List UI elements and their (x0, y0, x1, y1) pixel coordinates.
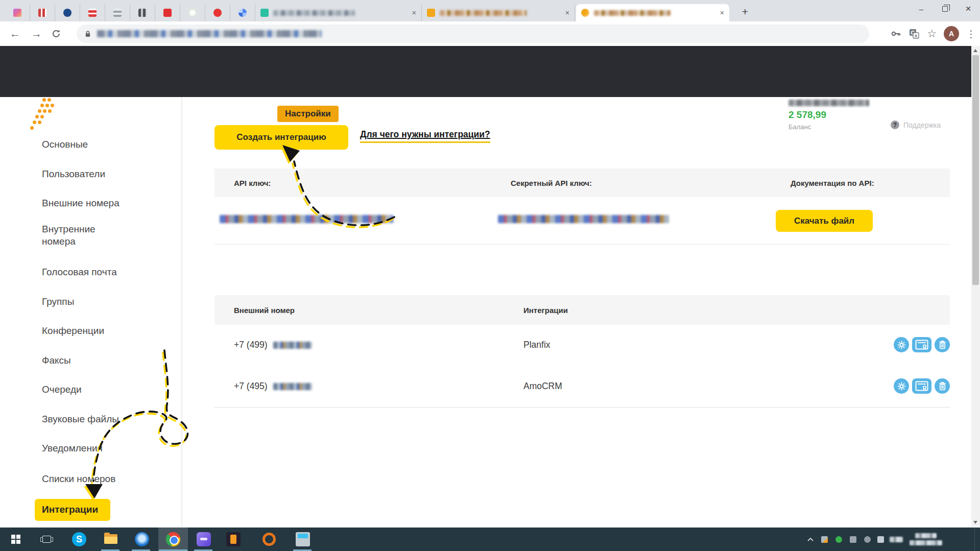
tray-icon[interactable] (833, 528, 844, 551)
sidebar-item-sound-files[interactable]: Звуковые файлы (42, 414, 119, 425)
integration-card-button[interactable] (912, 378, 931, 394)
nav-telephony-scheme[interactable]: Схема телефонии (355, 109, 432, 119)
nav-reports[interactable]: Отчёты (459, 109, 491, 119)
sidebar-item-queues[interactable]: Очереди (42, 384, 82, 395)
taskbar-app-blue[interactable] (134, 528, 150, 551)
pinned-tab[interactable] (130, 4, 155, 21)
start-button[interactable] (7, 528, 25, 551)
window-restore-button[interactable] (933, 0, 957, 17)
nav-tariffs[interactable]: Тарифы и услуги (182, 109, 256, 119)
taskbar-app-explorer[interactable] (103, 528, 118, 551)
tray-icon[interactable] (819, 528, 829, 551)
scrollbar-thumb[interactable] (972, 55, 979, 285)
create-integration-button[interactable]: Создать интеграцию (214, 125, 348, 150)
settings-gear-button[interactable] (894, 378, 909, 394)
pinned-tab[interactable] (30, 4, 55, 21)
api-key-label: API ключ: (234, 179, 271, 187)
browser-menu-kebab-icon[interactable]: ⋮ (966, 28, 976, 40)
taskbar-app-purple[interactable] (196, 528, 211, 551)
tab-favicon-icon (427, 9, 435, 17)
atc-logo[interactable]: АТС (29, 97, 90, 130)
delete-button[interactable] (935, 337, 950, 352)
reload-icon[interactable] (51, 29, 61, 39)
tray-app-icon (821, 536, 828, 543)
password-key-icon[interactable] (890, 28, 901, 39)
site-favicon-icon (88, 9, 97, 17)
site-favicon-icon (238, 9, 247, 17)
scroll-up-icon[interactable] (973, 49, 977, 52)
back-icon[interactable]: ← (10, 28, 20, 40)
sidebar-item-faxes[interactable]: Факсы (42, 355, 71, 366)
sidebar-item-internal-numbers[interactable]: Внутренние номера (42, 223, 111, 248)
window-minimize-button[interactable]: – (910, 0, 933, 17)
table-bottom-line (214, 407, 950, 408)
address-bar[interactable] (77, 25, 869, 43)
browser-tab-active[interactable]: × (576, 4, 729, 21)
site-header: АТС Мониторинг Тарифы и услуги Настройки… (0, 46, 980, 97)
restore-icon (942, 6, 948, 12)
row-number: +7 (499) (234, 340, 312, 350)
sidebar-item-external-numbers[interactable]: Внешние номера (42, 198, 119, 209)
sidebar-item-groups[interactable]: Группы (42, 296, 74, 307)
clock-and-date[interactable] (908, 528, 944, 551)
sidebar-item-integrations-active[interactable]: Интеграции (35, 499, 110, 521)
taskbar-app-setup[interactable] (295, 528, 310, 551)
lock-icon (85, 30, 91, 38)
skype-icon: S (72, 532, 86, 546)
forward-icon[interactable]: → (31, 28, 42, 40)
chevron-up-icon (807, 537, 814, 542)
why-integrations-link[interactable]: Для чего нужны интеграции? (360, 129, 490, 143)
vertical-scrollbar[interactable] (971, 46, 980, 527)
nav-settings-active[interactable]: Настройки (277, 106, 339, 122)
translate-icon[interactable]: G я (909, 28, 920, 39)
support-link[interactable]: ? Поддержка (891, 121, 941, 129)
taskbar-app-skype[interactable]: S (71, 528, 87, 551)
sidebar-item-notifications[interactable]: Уведомления (42, 443, 103, 454)
bookmark-star-icon[interactable]: ☆ (927, 28, 937, 40)
pinned-tab[interactable] (205, 4, 230, 21)
date-blurred (910, 540, 942, 545)
tray-expand-button[interactable] (805, 528, 816, 551)
nav-monitoring[interactable]: Мониторинг (104, 109, 156, 119)
sidebar-item-number-lists[interactable]: Списки номеров (42, 473, 115, 485)
tray-icon[interactable] (848, 528, 858, 551)
tab-close-icon[interactable]: × (407, 9, 416, 16)
integration-card-button[interactable] (912, 337, 931, 352)
language-indicator[interactable] (889, 528, 904, 551)
pinned-tab[interactable] (55, 4, 80, 21)
sidebar-item-users[interactable]: Пользователи (42, 169, 105, 180)
delete-button[interactable] (935, 378, 950, 394)
tray-icon[interactable] (862, 528, 872, 551)
pinned-tab[interactable] (155, 4, 180, 21)
pinned-tab[interactable] (5, 4, 30, 21)
tray-app-icon (864, 536, 871, 543)
taskbar-app-orange-doc[interactable] (226, 528, 241, 551)
download-file-button[interactable]: Скачать файл (776, 210, 873, 232)
taskbar-app-chrome-active[interactable] (165, 528, 181, 551)
pinned-tab[interactable] (105, 4, 130, 21)
settings-gear-button[interactable] (894, 337, 909, 352)
scroll-down-icon[interactable] (973, 521, 977, 524)
browser-tab[interactable]: × (422, 4, 575, 21)
language-text-blurred (890, 537, 903, 542)
tray-app-icon (835, 536, 842, 543)
tab-close-icon[interactable]: × (560, 9, 569, 16)
sidebar-item-voicemail[interactable]: Голосовая почта (42, 267, 117, 278)
browser-tab[interactable]: × (255, 4, 422, 21)
profile-avatar[interactable]: A (944, 26, 959, 41)
taskbar-app-ring[interactable] (261, 528, 277, 551)
task-view-button[interactable] (38, 528, 55, 551)
pinned-tab[interactable] (180, 4, 205, 21)
chrome-icon (166, 532, 180, 546)
windows-logo-icon (11, 535, 20, 544)
logout-icon[interactable] (891, 101, 905, 115)
show-desktop-button[interactable] (974, 528, 980, 551)
sidebar-item-main[interactable]: Основные (42, 139, 88, 150)
new-tab-button[interactable]: + (737, 5, 753, 20)
sidebar-item-conferences[interactable]: Конференции (42, 325, 104, 337)
pinned-tab[interactable] (80, 4, 105, 21)
pinned-tab[interactable] (230, 4, 255, 21)
tab-close-icon[interactable]: × (715, 9, 724, 16)
window-close-button[interactable]: × (957, 0, 980, 17)
tray-icon[interactable] (875, 528, 886, 551)
